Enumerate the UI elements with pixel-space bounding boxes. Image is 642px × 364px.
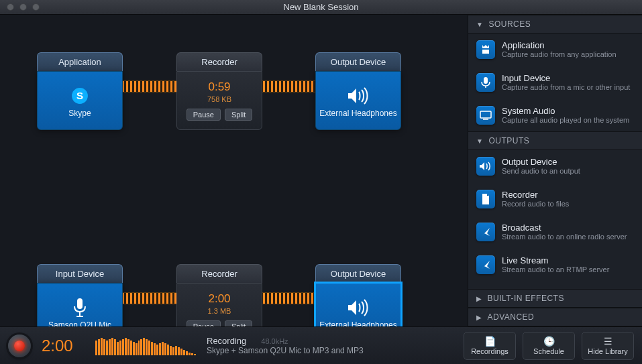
library-item[interactable]: BroadcastStream audio to an online radio…: [468, 216, 642, 249]
window-title: New Blank Session: [0, 2, 642, 12]
library-item[interactable]: Live StreamStream audio to an RTMP serve…: [468, 249, 642, 282]
pause-button[interactable]: Pause: [186, 320, 221, 326]
block-label: External Headphones: [319, 321, 396, 326]
application-icon: [476, 40, 495, 59]
library-item-title: Output Device: [502, 157, 580, 167]
block-label: External Headphones: [319, 109, 396, 119]
status-line-2: Skype + Samson Q2U Mic to MP3 and MP3: [207, 346, 453, 355]
library-sidebar: ▼ SOURCES ApplicationCapture audio from …: [468, 15, 642, 326]
block-label: Skype: [68, 109, 91, 119]
close-icon[interactable]: [7, 3, 14, 11]
status-line-1: Recording: [207, 336, 246, 346]
svg-rect-7: [480, 111, 491, 118]
broadcast-icon: [476, 223, 495, 241]
svg-rect-5: [484, 77, 488, 84]
recordings-icon: 📄: [484, 337, 496, 346]
section-outputs[interactable]: ▼ OUTPUTS: [468, 131, 642, 150]
zoom-icon[interactable]: [32, 3, 40, 11]
record-button[interactable]: [8, 335, 31, 357]
titlebar: New Blank Session: [0, 0, 642, 15]
button-label: Schedule: [533, 347, 564, 355]
library-item-title: Recorder: [502, 190, 569, 200]
block-input-device[interactable]: Samson Q2U Mic: [37, 283, 123, 326]
recorder-size: 758 KB: [207, 95, 231, 103]
block-header-recorder[interactable]: Recorder: [176, 52, 262, 71]
library-item-desc: Send audio to an output: [502, 167, 580, 176]
block-application[interactable]: S Skype: [37, 71, 123, 130]
level-meter: [95, 337, 196, 355]
live-stream-icon: [476, 255, 495, 274]
section-label: BUILT-IN EFFECTS: [488, 294, 564, 303]
outputs-list: Output DeviceSend audio to an outputReco…: [468, 150, 642, 281]
recorder-size: 1.3 MB: [208, 307, 231, 315]
section-advanced[interactable]: ▶ ADVANCED: [468, 308, 642, 326]
recordings-button[interactable]: 📄 Recordings: [464, 332, 516, 360]
block-recorder[interactable]: 0:59 758 KB Pause Split: [176, 71, 262, 130]
chevron-down-icon: ▼: [476, 137, 483, 145]
section-label: SOURCES: [488, 19, 531, 29]
sources-list: ApplicationCapture audio from any applic…: [468, 34, 642, 131]
block-output-device[interactable]: External Headphones: [315, 71, 401, 130]
list-icon: ☰: [604, 337, 612, 346]
library-item-title: Live Stream: [502, 255, 609, 265]
library-item-desc: Capture all audio played on the system: [502, 116, 629, 125]
section-label: OUTPUTS: [488, 136, 529, 145]
chevron-right-icon: ▶: [476, 314, 482, 321]
library-item[interactable]: System AudioCapture all audio played on …: [468, 99, 642, 132]
library-item-title: Input Device: [502, 73, 630, 83]
block-header-output[interactable]: Output Device: [315, 264, 401, 283]
library-item-desc: Capture audio from a mic or other input: [502, 83, 630, 93]
clock-icon: 🕒: [543, 337, 555, 346]
block-header-application[interactable]: Application: [37, 52, 123, 71]
library-item-title: System Audio: [502, 106, 629, 116]
svg-rect-2: [77, 298, 83, 309]
chevron-down-icon: ▼: [476, 21, 483, 28]
library-item-desc: Record audio to files: [502, 200, 569, 209]
chevron-right-icon: ▶: [476, 295, 482, 302]
split-button[interactable]: Split: [225, 109, 252, 121]
section-effects[interactable]: ▶ BUILT-IN EFFECTS: [468, 289, 642, 308]
recorder-time: 0:59: [208, 80, 230, 94]
library-item-title: Broadcast: [502, 223, 627, 233]
block-header-input[interactable]: Input Device: [37, 264, 123, 283]
session-canvas[interactable]: Application S Skype Recorder 0:59 758 KB…: [0, 15, 468, 326]
svg-text:S: S: [76, 90, 83, 102]
library-item-desc: Stream audio to an online radio server: [502, 233, 627, 242]
section-label: ADVANCED: [488, 312, 535, 322]
input-device-icon: [476, 73, 495, 92]
traffic-lights[interactable]: [7, 3, 40, 11]
block-header-output[interactable]: Output Device: [315, 52, 401, 71]
library-item[interactable]: Input DeviceCapture audio from a mic or …: [468, 66, 642, 99]
pause-button[interactable]: Pause: [186, 109, 221, 121]
recorder-icon: [476, 190, 495, 208]
minimize-icon[interactable]: [19, 3, 27, 11]
output-device-icon: [476, 157, 495, 176]
system-audio-icon: [476, 106, 495, 125]
elapsed-time: 2:00: [42, 337, 85, 355]
library-item-desc: Stream audio to an RTMP server: [502, 265, 609, 275]
block-recorder[interactable]: 2:00 1.3 MB Pause Split: [176, 283, 262, 326]
status-text: Recording 48.0kHz Skype + Samson Q2U Mic…: [207, 336, 453, 355]
microphone-icon: [72, 294, 87, 321]
library-item-title: Application: [502, 40, 617, 50]
button-label: Recordings: [471, 347, 509, 355]
library-item-desc: Capture audio from any application: [502, 50, 617, 60]
recorder-time: 2:00: [208, 292, 230, 306]
block-header-recorder[interactable]: Recorder: [176, 264, 262, 283]
skype-icon: S: [71, 82, 89, 109]
schedule-button[interactable]: 🕒 Schedule: [523, 332, 575, 360]
section-sources[interactable]: ▼ SOURCES: [468, 15, 642, 34]
sample-rate: 48.0kHz: [261, 337, 288, 345]
library-item[interactable]: ApplicationCapture audio from any applic…: [468, 34, 642, 66]
library-item[interactable]: Output DeviceSend audio to an output: [468, 150, 642, 183]
speaker-icon: [347, 82, 370, 109]
split-button[interactable]: Split: [225, 320, 252, 326]
block-label: Samson Q2U Mic: [48, 321, 111, 326]
hide-library-button[interactable]: ☰ Hide Library: [582, 332, 634, 360]
transport-bar: 2:00 Recording 48.0kHz Skype + Samson Q2…: [0, 326, 642, 364]
record-icon: [14, 341, 25, 351]
library-item[interactable]: RecorderRecord audio to files: [468, 183, 642, 216]
block-output-device[interactable]: External Headphones: [315, 283, 401, 326]
speaker-icon: [347, 294, 370, 321]
button-label: Hide Library: [588, 347, 627, 355]
